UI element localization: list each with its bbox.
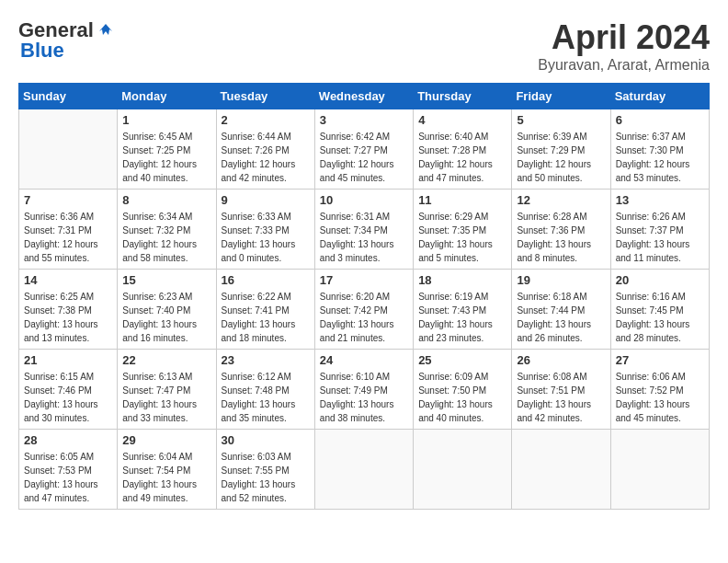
- day-info: Sunrise: 6:40 AMSunset: 7:28 PMDaylight:…: [418, 130, 506, 185]
- logo-blue: Blue: [20, 39, 64, 62]
- day-number: 8: [122, 193, 210, 207]
- day-number: 18: [418, 273, 506, 287]
- day-number: 21: [24, 353, 112, 367]
- calendar-cell: 19Sunrise: 6:18 AMSunset: 7:44 PMDayligh…: [512, 270, 610, 350]
- calendar-week-row: 14Sunrise: 6:25 AMSunset: 7:38 PMDayligh…: [19, 270, 710, 350]
- weekday-header: Saturday: [610, 84, 709, 109]
- day-info: Sunrise: 6:22 AMSunset: 7:41 PMDaylight:…: [222, 290, 310, 345]
- calendar-cell: 25Sunrise: 6:09 AMSunset: 7:50 PMDayligh…: [414, 350, 512, 430]
- weekday-header: Tuesday: [216, 84, 314, 109]
- day-info: Sunrise: 6:33 AMSunset: 7:33 PMDaylight:…: [222, 210, 310, 265]
- day-number: 1: [122, 113, 210, 127]
- weekday-header: Wednesday: [314, 84, 413, 109]
- calendar-cell: 27Sunrise: 6:06 AMSunset: 7:52 PMDayligh…: [610, 350, 709, 430]
- calendar-cell: 28Sunrise: 6:05 AMSunset: 7:53 PMDayligh…: [19, 430, 118, 510]
- calendar-cell: [610, 430, 709, 510]
- calendar-cell: 13Sunrise: 6:26 AMSunset: 7:37 PMDayligh…: [610, 190, 709, 270]
- day-number: 22: [122, 353, 210, 367]
- calendar-cell: 29Sunrise: 6:04 AMSunset: 7:54 PMDayligh…: [118, 430, 216, 510]
- day-info: Sunrise: 6:04 AMSunset: 7:54 PMDaylight:…: [122, 450, 210, 505]
- day-info: Sunrise: 6:37 AMSunset: 7:30 PMDaylight:…: [616, 130, 704, 185]
- day-number: 27: [616, 353, 704, 367]
- day-info: Sunrise: 6:23 AMSunset: 7:40 PMDaylight:…: [122, 290, 210, 345]
- calendar-table: SundayMondayTuesdayWednesdayThursdayFrid…: [18, 83, 710, 510]
- calendar-cell: 4Sunrise: 6:40 AMSunset: 7:28 PMDaylight…: [414, 109, 512, 190]
- day-info: Sunrise: 6:15 AMSunset: 7:46 PMDaylight:…: [24, 370, 112, 425]
- calendar-cell: 20Sunrise: 6:16 AMSunset: 7:45 PMDayligh…: [610, 270, 709, 350]
- day-number: 25: [418, 353, 506, 367]
- day-info: Sunrise: 6:13 AMSunset: 7:47 PMDaylight:…: [122, 370, 210, 425]
- svg-marker-0: [99, 24, 112, 35]
- day-number: 11: [418, 193, 506, 207]
- calendar-cell: [314, 430, 413, 510]
- calendar-cell: 24Sunrise: 6:10 AMSunset: 7:49 PMDayligh…: [314, 350, 413, 430]
- calendar-cell: 5Sunrise: 6:39 AMSunset: 7:29 PMDaylight…: [512, 109, 610, 190]
- calendar-cell: 21Sunrise: 6:15 AMSunset: 7:46 PMDayligh…: [19, 350, 118, 430]
- day-info: Sunrise: 6:44 AMSunset: 7:26 PMDaylight:…: [222, 130, 310, 185]
- day-info: Sunrise: 6:10 AMSunset: 7:49 PMDaylight:…: [320, 370, 408, 425]
- day-info: Sunrise: 6:39 AMSunset: 7:29 PMDaylight:…: [517, 130, 605, 185]
- calendar-header-row: SundayMondayTuesdayWednesdayThursdayFrid…: [19, 84, 710, 109]
- calendar-cell: 22Sunrise: 6:13 AMSunset: 7:47 PMDayligh…: [118, 350, 216, 430]
- calendar-cell: 6Sunrise: 6:37 AMSunset: 7:30 PMDaylight…: [610, 109, 709, 190]
- month-title: April 2024: [538, 18, 710, 57]
- day-info: Sunrise: 6:20 AMSunset: 7:42 PMDaylight:…: [320, 290, 408, 345]
- day-info: Sunrise: 6:08 AMSunset: 7:51 PMDaylight:…: [517, 370, 605, 425]
- calendar-cell: 26Sunrise: 6:08 AMSunset: 7:51 PMDayligh…: [512, 350, 610, 430]
- day-number: 24: [320, 353, 408, 367]
- calendar-cell: 23Sunrise: 6:12 AMSunset: 7:48 PMDayligh…: [216, 350, 314, 430]
- day-info: Sunrise: 6:12 AMSunset: 7:48 PMDaylight:…: [222, 370, 310, 425]
- calendar-cell: 15Sunrise: 6:23 AMSunset: 7:40 PMDayligh…: [118, 270, 216, 350]
- day-number: 13: [616, 193, 704, 207]
- calendar-cell: [414, 430, 512, 510]
- calendar-cell: 7Sunrise: 6:36 AMSunset: 7:31 PMDaylight…: [19, 190, 118, 270]
- weekday-header: Monday: [118, 84, 216, 109]
- day-number: 23: [222, 353, 310, 367]
- logo: General Blue: [18, 18, 114, 63]
- day-info: Sunrise: 6:06 AMSunset: 7:52 PMDaylight:…: [616, 370, 704, 425]
- calendar-week-row: 1Sunrise: 6:45 AMSunset: 7:25 PMDaylight…: [19, 109, 710, 190]
- day-info: Sunrise: 6:19 AMSunset: 7:43 PMDaylight:…: [418, 290, 506, 345]
- day-info: Sunrise: 6:25 AMSunset: 7:38 PMDaylight:…: [24, 290, 112, 345]
- calendar-cell: 9Sunrise: 6:33 AMSunset: 7:33 PMDaylight…: [216, 190, 314, 270]
- page-header: General Blue April 2024 Byuravan, Ararat…: [18, 18, 710, 74]
- weekday-header: Sunday: [19, 84, 118, 109]
- day-number: 5: [517, 113, 605, 127]
- day-number: 4: [418, 113, 506, 127]
- calendar-cell: [512, 430, 610, 510]
- day-info: Sunrise: 6:28 AMSunset: 7:36 PMDaylight:…: [517, 210, 605, 265]
- day-number: 19: [517, 273, 605, 287]
- day-number: 26: [517, 353, 605, 367]
- calendar-cell: 2Sunrise: 6:44 AMSunset: 7:26 PMDaylight…: [216, 109, 314, 190]
- calendar-cell: 30Sunrise: 6:03 AMSunset: 7:55 PMDayligh…: [216, 430, 314, 510]
- day-info: Sunrise: 6:36 AMSunset: 7:31 PMDaylight:…: [24, 210, 112, 265]
- calendar-cell: 1Sunrise: 6:45 AMSunset: 7:25 PMDaylight…: [118, 109, 216, 190]
- day-number: 10: [320, 193, 408, 207]
- day-number: 16: [222, 273, 310, 287]
- day-info: Sunrise: 6:05 AMSunset: 7:53 PMDaylight:…: [24, 450, 112, 505]
- calendar-cell: 17Sunrise: 6:20 AMSunset: 7:42 PMDayligh…: [314, 270, 413, 350]
- calendar-week-row: 7Sunrise: 6:36 AMSunset: 7:31 PMDaylight…: [19, 190, 710, 270]
- day-number: 15: [122, 273, 210, 287]
- day-info: Sunrise: 6:45 AMSunset: 7:25 PMDaylight:…: [122, 130, 210, 185]
- day-number: 14: [24, 273, 112, 287]
- title-area: April 2024 Byuravan, Ararat, Armenia: [538, 18, 710, 74]
- day-number: 2: [222, 113, 310, 127]
- calendar-cell: 3Sunrise: 6:42 AMSunset: 7:27 PMDaylight…: [314, 109, 413, 190]
- weekday-header: Thursday: [414, 84, 512, 109]
- day-number: 29: [122, 433, 210, 447]
- calendar-cell: 12Sunrise: 6:28 AMSunset: 7:36 PMDayligh…: [512, 190, 610, 270]
- day-info: Sunrise: 6:34 AMSunset: 7:32 PMDaylight:…: [122, 210, 210, 265]
- calendar-cell: 10Sunrise: 6:31 AMSunset: 7:34 PMDayligh…: [314, 190, 413, 270]
- day-number: 28: [24, 433, 112, 447]
- calendar-cell: 14Sunrise: 6:25 AMSunset: 7:38 PMDayligh…: [19, 270, 118, 350]
- day-info: Sunrise: 6:42 AMSunset: 7:27 PMDaylight:…: [320, 130, 408, 185]
- day-number: 12: [517, 193, 605, 207]
- logo-bird-icon: [97, 22, 114, 39]
- day-info: Sunrise: 6:31 AMSunset: 7:34 PMDaylight:…: [320, 210, 408, 265]
- day-number: 6: [616, 113, 704, 127]
- location: Byuravan, Ararat, Armenia: [538, 57, 710, 74]
- calendar-cell: [19, 109, 118, 190]
- day-number: 3: [320, 113, 408, 127]
- day-info: Sunrise: 6:29 AMSunset: 7:35 PMDaylight:…: [418, 210, 506, 265]
